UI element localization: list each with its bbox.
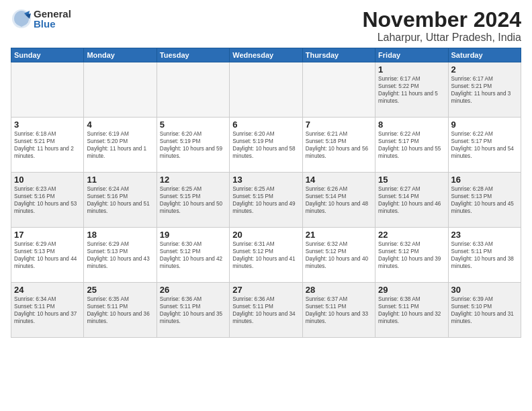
- calendar-cell: 23Sunrise: 6:33 AMSunset: 5:11 PMDayligh…: [448, 228, 521, 283]
- day-number: 2: [451, 64, 518, 75]
- calendar-cell: [157, 62, 229, 118]
- week-row-2: 3Sunrise: 6:18 AMSunset: 5:21 PMDaylight…: [11, 118, 521, 173]
- day-number: 16: [451, 175, 518, 185]
- calendar-cell: 7Sunrise: 6:21 AMSunset: 5:18 PMDaylight…: [302, 118, 375, 173]
- calendar-cell: 11Sunrise: 6:24 AMSunset: 5:16 PMDayligh…: [84, 173, 157, 228]
- calendar-cell: 10Sunrise: 6:23 AMSunset: 5:16 PMDayligh…: [11, 173, 84, 228]
- day-number: 3: [14, 120, 81, 130]
- day-number: 18: [87, 230, 153, 240]
- week-row-1: 1Sunrise: 6:17 AMSunset: 5:22 PMDaylight…: [11, 62, 521, 118]
- calendar-cell: 27Sunrise: 6:36 AMSunset: 5:11 PMDayligh…: [230, 283, 302, 338]
- day-info: Sunrise: 6:29 AMSunset: 5:13 PMDaylight:…: [87, 240, 153, 270]
- day-info: Sunrise: 6:28 AMSunset: 5:13 PMDaylight:…: [451, 185, 518, 215]
- day-number: 28: [306, 285, 372, 295]
- day-info: Sunrise: 6:17 AMSunset: 5:22 PMDaylight:…: [378, 75, 445, 105]
- day-number: 26: [160, 285, 226, 295]
- calendar-cell: 24Sunrise: 6:34 AMSunset: 5:11 PMDayligh…: [11, 283, 84, 338]
- day-info: Sunrise: 6:25 AMSunset: 5:15 PMDaylight:…: [160, 185, 226, 215]
- day-number: 19: [160, 230, 226, 240]
- day-number: 12: [160, 175, 226, 185]
- day-info: Sunrise: 6:34 AMSunset: 5:11 PMDaylight:…: [14, 295, 81, 325]
- day-number: 30: [451, 285, 518, 295]
- calendar-cell: 1Sunrise: 6:17 AMSunset: 5:22 PMDaylight…: [375, 62, 448, 118]
- day-number: 9: [451, 120, 518, 130]
- day-info: Sunrise: 6:32 AMSunset: 5:12 PMDaylight:…: [378, 240, 445, 270]
- day-number: 13: [232, 175, 299, 185]
- day-number: 1: [378, 64, 445, 75]
- day-info: Sunrise: 6:22 AMSunset: 5:17 PMDaylight:…: [378, 130, 445, 160]
- day-info: Sunrise: 6:36 AMSunset: 5:11 PMDaylight:…: [232, 295, 299, 325]
- calendar-cell: 8Sunrise: 6:22 AMSunset: 5:17 PMDaylight…: [375, 118, 448, 173]
- week-row-3: 10Sunrise: 6:23 AMSunset: 5:16 PMDayligh…: [11, 173, 521, 228]
- day-number: 6: [232, 120, 299, 130]
- day-number: 4: [87, 120, 153, 130]
- calendar-cell: 5Sunrise: 6:20 AMSunset: 5:19 PMDaylight…: [157, 118, 229, 173]
- calendar-cell: 2Sunrise: 6:17 AMSunset: 5:21 PMDaylight…: [448, 62, 521, 118]
- calendar-cell: 26Sunrise: 6:36 AMSunset: 5:11 PMDayligh…: [157, 283, 229, 338]
- calendar-title: November 2024: [71, 8, 521, 32]
- day-info: Sunrise: 6:22 AMSunset: 5:17 PMDaylight:…: [451, 130, 518, 160]
- calendar-cell: 20Sunrise: 6:31 AMSunset: 5:12 PMDayligh…: [230, 228, 302, 283]
- calendar-cell: 21Sunrise: 6:32 AMSunset: 5:12 PMDayligh…: [302, 228, 375, 283]
- day-number: 21: [306, 230, 372, 240]
- day-number: 7: [306, 120, 372, 130]
- calendar-cell: 14Sunrise: 6:26 AMSunset: 5:14 PMDayligh…: [302, 173, 375, 228]
- day-info: Sunrise: 6:18 AMSunset: 5:21 PMDaylight:…: [14, 130, 81, 160]
- calendar-cell: 28Sunrise: 6:37 AMSunset: 5:11 PMDayligh…: [302, 283, 375, 338]
- weekday-header-wednesday: Wednesday: [230, 48, 302, 62]
- calendar-cell: [302, 62, 375, 118]
- day-number: 22: [378, 230, 445, 240]
- week-row-5: 24Sunrise: 6:34 AMSunset: 5:11 PMDayligh…: [11, 283, 521, 338]
- day-info: Sunrise: 6:27 AMSunset: 5:14 PMDaylight:…: [378, 185, 445, 215]
- day-info: Sunrise: 6:21 AMSunset: 5:18 PMDaylight:…: [306, 130, 372, 160]
- calendar-cell: 18Sunrise: 6:29 AMSunset: 5:13 PMDayligh…: [84, 228, 157, 283]
- calendar-cell: 16Sunrise: 6:28 AMSunset: 5:13 PMDayligh…: [448, 173, 521, 228]
- day-number: 29: [378, 285, 445, 295]
- day-number: 25: [87, 285, 153, 295]
- calendar-cell: 4Sunrise: 6:19 AMSunset: 5:20 PMDaylight…: [84, 118, 157, 173]
- day-info: Sunrise: 6:23 AMSunset: 5:16 PMDaylight:…: [14, 185, 81, 215]
- day-number: 27: [232, 285, 299, 295]
- day-info: Sunrise: 6:30 AMSunset: 5:12 PMDaylight:…: [160, 240, 226, 270]
- calendar-cell: 19Sunrise: 6:30 AMSunset: 5:12 PMDayligh…: [157, 228, 229, 283]
- weekday-header-thursday: Thursday: [302, 48, 375, 62]
- week-row-4: 17Sunrise: 6:29 AMSunset: 5:13 PMDayligh…: [11, 228, 521, 283]
- day-number: 8: [378, 120, 445, 130]
- title-area: November 2024 Laharpur, Uttar Pradesh, I…: [71, 8, 521, 44]
- logo-icon: [11, 8, 32, 30]
- day-info: Sunrise: 6:35 AMSunset: 5:11 PMDaylight:…: [87, 295, 153, 325]
- weekday-header-sunday: Sunday: [11, 48, 84, 62]
- day-number: 24: [14, 285, 81, 295]
- day-info: Sunrise: 6:38 AMSunset: 5:11 PMDaylight:…: [378, 295, 445, 325]
- logo-general-text: General: [34, 9, 71, 19]
- logo-blue-text: Blue: [34, 19, 71, 29]
- calendar-cell: 25Sunrise: 6:35 AMSunset: 5:11 PMDayligh…: [84, 283, 157, 338]
- calendar-cell: [84, 62, 157, 118]
- day-number: 17: [14, 230, 81, 240]
- calendar-cell: 17Sunrise: 6:29 AMSunset: 5:13 PMDayligh…: [11, 228, 84, 283]
- calendar-cell: 3Sunrise: 6:18 AMSunset: 5:21 PMDaylight…: [11, 118, 84, 173]
- day-number: 11: [87, 175, 153, 185]
- calendar-subtitle: Laharpur, Uttar Pradesh, India: [71, 32, 521, 44]
- day-info: Sunrise: 6:32 AMSunset: 5:12 PMDaylight:…: [306, 240, 372, 270]
- day-info: Sunrise: 6:37 AMSunset: 5:11 PMDaylight:…: [306, 295, 372, 325]
- weekday-header-row: SundayMondayTuesdayWednesdayThursdayFrid…: [11, 48, 521, 62]
- calendar-cell: 22Sunrise: 6:32 AMSunset: 5:12 PMDayligh…: [375, 228, 448, 283]
- day-info: Sunrise: 6:39 AMSunset: 5:10 PMDaylight:…: [451, 295, 518, 325]
- day-info: Sunrise: 6:33 AMSunset: 5:11 PMDaylight:…: [451, 240, 518, 270]
- day-info: Sunrise: 6:17 AMSunset: 5:21 PMDaylight:…: [451, 75, 518, 105]
- header: General Blue November 2024 Laharpur, Utt…: [11, 8, 521, 44]
- calendar-page: General Blue November 2024 Laharpur, Utt…: [0, 0, 532, 343]
- day-info: Sunrise: 6:24 AMSunset: 5:16 PMDaylight:…: [87, 185, 153, 215]
- day-info: Sunrise: 6:36 AMSunset: 5:11 PMDaylight:…: [160, 295, 226, 325]
- calendar-cell: 29Sunrise: 6:38 AMSunset: 5:11 PMDayligh…: [375, 283, 448, 338]
- weekday-header-saturday: Saturday: [448, 48, 521, 62]
- day-info: Sunrise: 6:20 AMSunset: 5:19 PMDaylight:…: [160, 130, 226, 160]
- weekday-header-friday: Friday: [375, 48, 448, 62]
- day-info: Sunrise: 6:26 AMSunset: 5:14 PMDaylight:…: [306, 185, 372, 215]
- day-info: Sunrise: 6:19 AMSunset: 5:20 PMDaylight:…: [87, 130, 153, 160]
- day-number: 5: [160, 120, 226, 130]
- logo: General Blue: [11, 8, 71, 30]
- day-info: Sunrise: 6:20 AMSunset: 5:19 PMDaylight:…: [232, 130, 299, 160]
- calendar-cell: 9Sunrise: 6:22 AMSunset: 5:17 PMDaylight…: [448, 118, 521, 173]
